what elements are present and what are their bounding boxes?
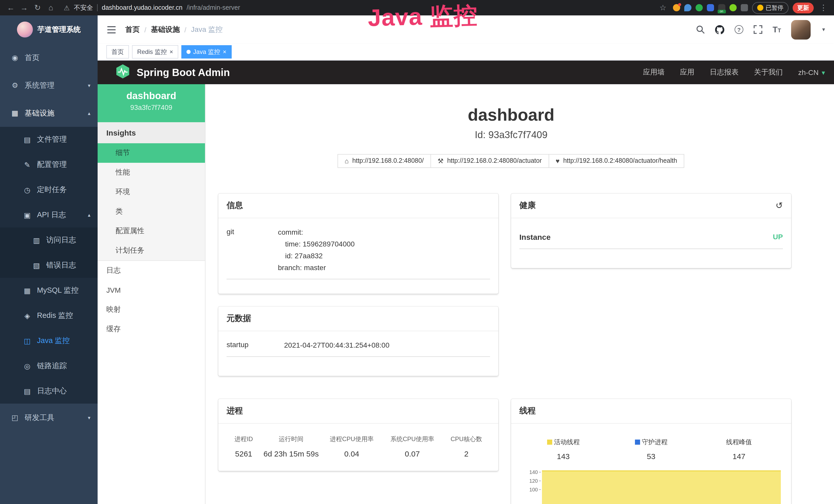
sidebar-item-api-logs[interactable]: ▣ API 日志 ▴	[0, 202, 97, 228]
github-icon[interactable]	[715, 25, 724, 34]
sidebar-item-system[interactable]: ⚙ 系统管理 ▾	[0, 71, 97, 99]
extension-icon-3[interactable]	[695, 4, 702, 11]
sidebar-item-label: 文件管理	[37, 135, 67, 144]
sidebar-item-label: 研发工具	[25, 413, 54, 422]
browser-reload-icon[interactable]: ↻	[32, 0, 43, 16]
app-logo[interactable]: 芋道管理系统	[0, 16, 97, 44]
process-card: 进程 进程ID 5261	[218, 399, 498, 471]
legend-daemon-threads: 守护进程	[607, 438, 695, 446]
sba-item-mappings[interactable]: 映射	[97, 300, 205, 319]
sidebar-item-infrastructure[interactable]: ▦ 基础设施 ▴	[0, 99, 97, 127]
avatar-caret-icon[interactable]: ▾	[822, 26, 825, 33]
chevron-down-icon: ▾	[822, 69, 825, 76]
search-icon[interactable]	[696, 25, 705, 34]
sidebar-item-log-center[interactable]: ▤ 日志中心	[0, 379, 97, 404]
tab-java-monitor[interactable]: Java 监控 ×	[181, 45, 232, 59]
sba-item-metrics[interactable]: 性能	[97, 163, 205, 182]
sidebar-item-config-management[interactable]: ✎ 配置管理	[0, 152, 97, 177]
legend-active-threads: 活动线程	[519, 438, 607, 446]
link-url: http://192.168.0.2:48080/	[352, 157, 424, 164]
sba-sidebar: dashboard 93a3fc7f7409 Insights 细节 性能 环境…	[97, 84, 205, 504]
sidebar-item-java-monitor[interactable]: ◫ Java 监控	[0, 328, 97, 353]
tab-label: Redis 监控	[137, 47, 167, 56]
process-table: 进程ID 5261 运行时间 6d 23h 15m 59s	[226, 432, 490, 458]
sba-nav-about[interactable]: 关于我们	[754, 68, 783, 77]
sidebar-item-redis-monitor[interactable]: ◈ Redis 监控	[0, 303, 97, 328]
update-button[interactable]: 更新	[793, 2, 814, 13]
card-title: 信息	[226, 200, 243, 211]
card-title: 进程	[226, 406, 243, 416]
sidebar-item-home[interactable]: ◉ 首页	[0, 44, 97, 71]
help-icon[interactable]: ?	[734, 25, 743, 34]
sba-nav-wallboard[interactable]: 应用墙	[643, 68, 665, 77]
sba-item-environment[interactable]: 环境	[97, 182, 205, 202]
sidebar-item-scheduled-tasks[interactable]: ◷ 定时任务	[0, 177, 97, 202]
kebab-menu-icon[interactable]: ⋮	[818, 0, 829, 16]
active-threads-area	[542, 470, 781, 504]
extension-icon-5[interactable]: on	[718, 4, 725, 11]
bookmark-star-icon[interactable]: ☆	[657, 0, 668, 16]
sidebar-item-mysql-monitor[interactable]: ▦ MySQL 监控	[0, 278, 97, 303]
hamburger-icon[interactable]	[107, 25, 116, 33]
sidebar-item-error-logs[interactable]: ▧ 错误日志	[0, 253, 97, 278]
card-title: 线程	[519, 406, 536, 416]
close-icon[interactable]: ×	[223, 49, 226, 55]
sba-item-beans[interactable]: 类	[97, 202, 205, 221]
sba-language-select[interactable]: zh-CN ▾	[798, 68, 825, 76]
sidebar-item-file-management[interactable]: ▤ 文件管理	[0, 127, 97, 152]
font-size-icon[interactable]: TT	[773, 25, 781, 34]
sba-item-jvm[interactable]: JVM	[97, 280, 205, 300]
sba-item-caches[interactable]: 缓存	[97, 319, 205, 339]
avatar[interactable]	[791, 20, 811, 39]
breadcrumb-infrastructure[interactable]: 基础设施	[151, 25, 180, 34]
security-label: 不安全	[74, 3, 93, 12]
address-bar[interactable]: ⚠ 不安全 dashboard.yudao.iocoder.cn /infra/…	[59, 3, 655, 12]
sidebar-item-dev-tools[interactable]: ◰ 研发工具 ▾	[0, 404, 97, 431]
metadata-card: 元数据 startup 2021-04-27T00:44:31.254+08:0…	[218, 306, 498, 375]
heart-icon: ♥	[555, 157, 559, 165]
close-icon[interactable]: ×	[170, 49, 173, 55]
sidebar-item-label: 首页	[25, 53, 40, 62]
sba-item-details[interactable]: 细节	[97, 143, 205, 163]
instance-link-actuator[interactable]: ⚒ http://192.168.0.2:48080/actuator	[431, 154, 549, 168]
browser-forward-icon[interactable]: →	[19, 0, 30, 16]
mysql-icon: ▦	[23, 286, 32, 295]
sba-brand-title: Spring Boot Admin	[137, 67, 230, 78]
tab-home[interactable]: 首页	[106, 45, 129, 59]
sba-item-scheduled-tasks[interactable]: 计划任务	[97, 241, 205, 260]
process-header: 运行时间	[261, 435, 321, 443]
instance-link-root[interactable]: ⌂ http://192.168.0.2:48080/	[337, 154, 431, 168]
history-icon[interactable]: ↺	[776, 200, 783, 211]
sidebar-item-label: 配置管理	[37, 160, 67, 169]
sba-group-label: Insights	[97, 122, 205, 143]
sba-nav-journal[interactable]: 日志报表	[710, 68, 739, 77]
extension-icon-1[interactable]	[673, 4, 680, 11]
sba-item-config-props[interactable]: 配置属性	[97, 221, 205, 241]
paused-badge-label: 已暂停	[766, 4, 784, 12]
legend-peak-threads: 线程峰值	[695, 438, 783, 446]
tab-redis-monitor[interactable]: Redis 监控 ×	[132, 45, 178, 59]
instance-link-health[interactable]: ♥ http://192.168.0.2:48080/actuator/heal…	[548, 154, 684, 168]
legend-square-yellow	[547, 439, 552, 444]
process-header: 系统CPU使用率	[382, 435, 443, 443]
url-divider	[97, 4, 97, 11]
extension-puzzle-icon[interactable]	[741, 4, 748, 11]
extension-icon-6[interactable]	[729, 4, 737, 11]
extension-icon-2[interactable]	[684, 4, 691, 11]
smiley-icon	[757, 5, 763, 11]
sidebar-item-trace[interactable]: ◎ 链路追踪	[0, 353, 97, 379]
browser-back-icon[interactable]: ←	[5, 0, 17, 16]
breadcrumb-current: Java 监控	[191, 25, 223, 34]
sidebar-item-access-logs[interactable]: ▥ 访问日志	[0, 228, 97, 253]
home-icon: ⌂	[345, 157, 349, 165]
sba-nav-applications[interactable]: 应用	[680, 68, 695, 77]
paused-badge[interactable]: 已暂停	[752, 2, 789, 14]
breadcrumb-home[interactable]: 首页	[125, 25, 140, 34]
sba-item-loggers[interactable]: 日志	[97, 261, 205, 280]
browser-home-icon[interactable]: ⌂	[45, 0, 57, 16]
extension-icon-4[interactable]	[707, 4, 714, 11]
process-value: 2	[443, 449, 490, 458]
process-value: 6d 23h 15m 59s	[261, 449, 321, 458]
fullscreen-icon[interactable]	[753, 25, 762, 34]
sba-instance-id: 93a3fc7f7409	[103, 104, 200, 111]
